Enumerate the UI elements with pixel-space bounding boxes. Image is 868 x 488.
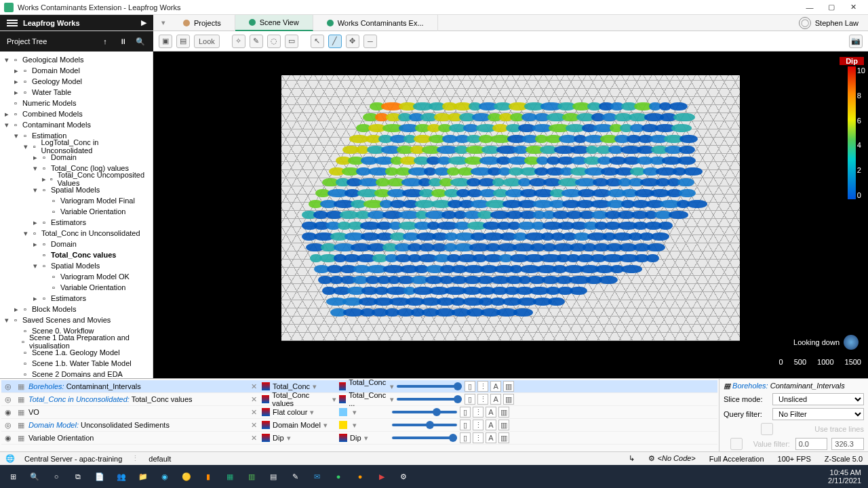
cortana-icon[interactable]: ○: [46, 467, 66, 486]
remove-layer-icon[interactable]: ✕: [248, 395, 259, 404]
op3-icon[interactable]: A: [490, 394, 501, 405]
opacity-slider[interactable]: [397, 398, 462, 401]
tree-node[interactable]: ▫Variogram Model OK: [0, 271, 153, 282]
opacity-slider[interactable]: [392, 411, 457, 413]
chevron-down-icon[interactable]: ▾: [157, 18, 170, 27]
arrow-icon[interactable]: ↖: [311, 35, 324, 48]
start-icon[interactable]: ⊞: [3, 467, 23, 486]
op4-icon[interactable]: ▥: [498, 420, 509, 430]
tab-contaminants[interactable]: Works Contaminants Ex...: [313, 15, 438, 31]
pause-icon[interactable]: ⏸: [117, 35, 129, 47]
visibility-icon[interactable]: ◎: [3, 382, 14, 391]
tree-node[interactable]: ▸▫Water Table: [0, 87, 153, 98]
tree-node[interactable]: ▫Total_Conc values: [0, 249, 153, 260]
tb-outlook-icon[interactable]: ✉: [307, 467, 327, 486]
camera-icon[interactable]: 📷: [849, 35, 863, 48]
slice-mode-select[interactable]: Unsliced: [772, 393, 864, 405]
play-icon[interactable]: ▶: [141, 18, 146, 27]
tb-app4-icon[interactable]: ▤: [263, 467, 283, 486]
layer-row[interactable]: ◉▦Variable Orientation✕Dip▾Dip▾▯⋮A▥: [1, 432, 717, 445]
compass[interactable]: Looking down: [793, 335, 859, 350]
tree-node[interactable]: ▸▫Geology Model: [0, 76, 153, 87]
tree-node[interactable]: ▾▫Saved Scenes and Movies: [0, 314, 153, 325]
axis-icon[interactable]: ↳: [629, 454, 635, 463]
visibility-icon[interactable]: ◉: [3, 434, 14, 443]
visibility-icon[interactable]: ◎: [3, 421, 14, 430]
op1-icon[interactable]: ▯: [460, 407, 471, 418]
tb-app5-icon[interactable]: ✎: [285, 467, 305, 486]
opacity-slider[interactable]: [397, 385, 462, 388]
maximize-button[interactable]: ▢: [821, 1, 842, 14]
op1-icon[interactable]: ▯: [460, 432, 471, 443]
ruler-icon[interactable]: ╱: [328, 35, 342, 48]
tb-ppt-icon[interactable]: ▶: [372, 467, 392, 486]
lasso-icon[interactable]: ◌: [267, 35, 281, 48]
tree-node[interactable]: ▸▫Estimators: [0, 293, 153, 304]
search-tb-icon[interactable]: 🔍: [24, 467, 45, 486]
tree-node[interactable]: ▫Scene 1 Data Preparation and visualisat…: [0, 336, 153, 347]
user-avatar-icon[interactable]: ◯: [799, 17, 811, 29]
viewport-3d[interactable]: Dip 1086420 Looking down 050010001500: [153, 52, 868, 378]
windows-taskbar[interactable]: ⊞ 🔍 ○ ⧉ 📄 👥 📁 ◉ 🟡 ▮ ▦ ▥ ▤ ✎ ✉ ● ● ▶ ⚙ 10…: [0, 465, 868, 488]
layer-row[interactable]: ◎▦Domain Model: Unconsolidated Sediments…: [1, 419, 717, 432]
op3-icon[interactable]: A: [486, 420, 496, 430]
screen2-icon[interactable]: ▤: [176, 35, 190, 48]
tb-teams-icon[interactable]: 👥: [111, 467, 132, 486]
tree-node[interactable]: ▸▫Estimators: [0, 217, 153, 228]
op1-icon[interactable]: ▯: [465, 381, 475, 392]
layer-row[interactable]: ◉▦VO✕Flat colour▾▾▯⋮A▥: [1, 406, 717, 419]
tree-node[interactable]: ▸▫Domain Model: [0, 65, 153, 76]
tree-node[interactable]: ▫Scene 2 Domains and EDA: [0, 369, 153, 378]
project-tree[interactable]: ▾▫Geological Models▸▫Domain Model▸▫Geolo…: [0, 52, 153, 378]
tb-app7-icon[interactable]: ●: [350, 467, 370, 486]
screen-icon[interactable]: ▣: [159, 35, 172, 48]
tb-edge-icon[interactable]: ◉: [155, 467, 175, 486]
tree-node[interactable]: ▸▫Block Models: [0, 304, 153, 314]
tree-node[interactable]: ▫Variogram Model Final: [0, 195, 153, 206]
op4-icon[interactable]: ▥: [498, 407, 509, 418]
op2-icon[interactable]: ⋮: [477, 394, 488, 405]
pencil-icon[interactable]: ✎: [250, 35, 263, 48]
query-filter-select[interactable]: No Filter: [772, 408, 864, 420]
tb-app1-icon[interactable]: 📄: [90, 467, 110, 486]
layer-list[interactable]: ◎▦Boreholes: Contaminant_Intervals✕Total…: [0, 379, 719, 451]
op1-icon[interactable]: ▯: [465, 394, 475, 405]
op3-icon[interactable]: A: [486, 407, 496, 418]
minimize-button[interactable]: —: [799, 1, 821, 14]
tab-scene-view[interactable]: Scene View: [235, 15, 313, 31]
look-button[interactable]: Look: [194, 35, 220, 48]
op1-icon[interactable]: ▯: [460, 420, 471, 430]
remove-layer-icon[interactable]: ✕: [248, 382, 259, 391]
op2-icon[interactable]: ⋮: [473, 407, 484, 418]
close-button[interactable]: ✕: [842, 1, 864, 14]
tb-excel-icon[interactable]: ▦: [220, 467, 240, 486]
op2-icon[interactable]: ⋮: [473, 432, 484, 443]
visibility-icon[interactable]: ◎: [3, 395, 14, 404]
tb-explorer-icon[interactable]: 📁: [133, 467, 153, 486]
taskview-icon[interactable]: ⧉: [68, 467, 88, 486]
tree-node[interactable]: ▾▫Geological Models: [0, 54, 153, 65]
move-icon[interactable]: ✥: [346, 35, 359, 48]
tb-app6-icon[interactable]: ●: [328, 467, 349, 486]
tree-node[interactable]: ▾▫Contaminant Models: [0, 119, 153, 130]
tab-projects[interactable]: Projects: [170, 15, 235, 31]
tree-node[interactable]: ▸▫Total_Conc Uncomposited Values: [0, 174, 153, 184]
op4-icon[interactable]: ▥: [503, 394, 514, 405]
tb-app2-icon[interactable]: ▮: [198, 467, 218, 486]
remove-layer-icon[interactable]: ✕: [248, 408, 259, 417]
tree-node[interactable]: ▫Variable Orientation: [0, 206, 153, 217]
tb-chrome-icon[interactable]: 🟡: [176, 467, 197, 486]
tree-node[interactable]: ▫Numeric Models: [0, 98, 153, 108]
tree-node[interactable]: ▾▫Spatial Models: [0, 260, 153, 271]
op3-icon[interactable]: A: [486, 432, 496, 443]
layer-row[interactable]: ◎▦Total_Conc in Unconsolidated: Total_Co…: [1, 393, 717, 406]
rect-icon[interactable]: ▭: [285, 35, 298, 48]
op4-icon[interactable]: ▥: [503, 381, 514, 392]
tree-node[interactable]: ▫Scene 1.b. Water Table Model: [0, 358, 153, 369]
search-icon[interactable]: 🔍: [134, 35, 146, 47]
menu-icon[interactable]: [7, 20, 18, 26]
tb-app3-icon[interactable]: ▥: [241, 467, 262, 486]
op3-icon[interactable]: A: [490, 381, 501, 392]
opacity-slider[interactable]: [392, 424, 457, 426]
opacity-slider[interactable]: [392, 436, 457, 439]
